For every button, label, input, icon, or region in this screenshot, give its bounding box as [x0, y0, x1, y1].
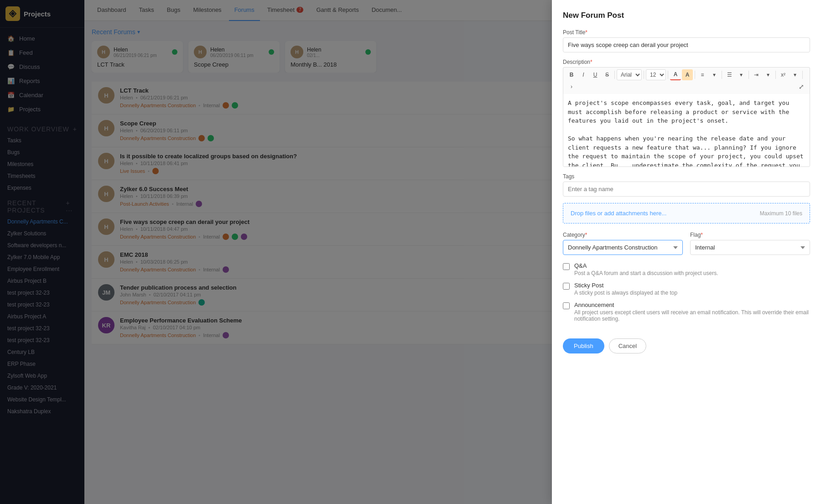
forum-card-1[interactable]: H Helen 06/20/2019 06:11 pm Scope Creep: [188, 41, 280, 73]
sidebar-recent-nakshatra[interactable]: Nakshatra Duplex: [0, 405, 84, 417]
sidebar-recent-zylker-solutions[interactable]: Zylker Solutions: [0, 228, 84, 239]
tab-documents[interactable]: Documen...: [366, 0, 407, 21]
sticky-checkbox[interactable]: [563, 283, 570, 290]
card-status-0: [172, 49, 177, 55]
toolbar-align-arrow[interactable]: ▾: [709, 69, 720, 80]
sidebar-recent-donnelly[interactable]: Donnelly Apartments C...: [0, 216, 84, 228]
projects-icon: 📁: [7, 106, 15, 113]
sidebar-item-feed[interactable]: 📋 Feed: [0, 46, 84, 60]
forum-card-2[interactable]: H Helen 02/1... Monthly B... 2018: [285, 41, 376, 73]
tag-dot-purple-zylker60: [196, 201, 202, 207]
flag-select[interactable]: Internal External None: [690, 240, 810, 255]
forum-card-0[interactable]: H Helen 06/21/2019 06:21 pm LCT Track: [92, 41, 183, 73]
card-avatar-1: H: [194, 46, 207, 58]
toolbar-font-size[interactable]: 12: [646, 69, 666, 80]
sidebar-recent-grade[interactable]: Grade V: 2020-2021: [0, 382, 84, 394]
tab-milestones[interactable]: Milestones: [187, 0, 227, 21]
toolbar-sub-super-arrow[interactable]: ▾: [790, 69, 800, 80]
toolbar-strikethrough[interactable]: S: [602, 69, 613, 80]
publish-button[interactable]: Publish: [563, 338, 604, 353]
toolbar-indent[interactable]: ⇥: [751, 69, 762, 80]
app-title: Projects: [24, 10, 51, 18]
toolbar-bold[interactable]: B: [566, 69, 577, 80]
rich-text-toolbar: B I U S Arial 12 A A ≡ ▾ ☰ ▾ ⇥ ▾ x² ▾ › …: [563, 67, 810, 94]
toolbar-italic[interactable]: I: [578, 69, 589, 80]
toolbar-indent-arrow[interactable]: ▾: [763, 69, 774, 80]
card-status-1: [269, 49, 274, 55]
sidebar-recent-airbus-a[interactable]: Airbus Project A: [0, 311, 84, 322]
announcement-desc: All project users except client users wi…: [574, 309, 810, 322]
toolbar-sub-super[interactable]: x²: [778, 69, 789, 80]
qa-checkbox[interactable]: [563, 263, 570, 270]
cancel-button[interactable]: Cancel: [609, 338, 646, 353]
card-title-2: Monthly B... 2018: [291, 61, 371, 68]
toolbar-list-arrow[interactable]: ▾: [736, 69, 747, 80]
toolbar-sep-2: [644, 71, 644, 79]
tab-timesheet[interactable]: Timesheet 7: [262, 0, 309, 21]
sidebar-item-milestones[interactable]: Milestones: [0, 158, 84, 170]
toolbar-text-color[interactable]: A: [670, 69, 681, 80]
toolbar-underline[interactable]: U: [590, 69, 601, 80]
post-title-input[interactable]: [563, 37, 810, 52]
sidebar-recent-zylker-70[interactable]: Zylker 7.0 Mobile App: [0, 251, 84, 263]
card-avatar-2: H: [291, 46, 303, 58]
toolbar-more[interactable]: ›: [566, 81, 577, 92]
post-title-label: Post Title*: [563, 29, 810, 36]
tags-input[interactable]: [563, 182, 810, 197]
tab-forums[interactable]: Forums: [229, 0, 260, 21]
avatar-employee-perf: KR: [98, 317, 114, 333]
home-icon: 🏠: [7, 35, 15, 42]
sidebar-item-discuss[interactable]: 💬 Discuss: [0, 60, 84, 74]
tab-bugs[interactable]: Bugs: [161, 0, 186, 21]
sidebar-recent-erp[interactable]: ERP Phase: [0, 358, 84, 370]
recent-forums-dropdown-icon[interactable]: ▾: [137, 29, 140, 35]
toolbar-align[interactable]: ≡: [697, 69, 708, 80]
tag-dot-green-scope: [208, 135, 214, 141]
sidebar-recent-employee-enrollment[interactable]: Employee Enrollment: [0, 263, 84, 275]
sidebar-recent-software-dev[interactable]: Software developers n...: [0, 239, 84, 251]
tag-dot-purple-fiveways: [241, 234, 247, 240]
modal-title: New Forum Post: [563, 11, 810, 20]
sidebar-header: Projects: [0, 0, 84, 28]
toolbar-list[interactable]: ☰: [724, 69, 735, 80]
sidebar-recent-zylsoft[interactable]: Zylsoft Web App: [0, 370, 84, 382]
toolbar-bg-color[interactable]: A: [682, 69, 693, 80]
sidebar-item-calendar[interactable]: 📅 Calendar: [0, 88, 84, 102]
sidebar-recent-website[interactable]: Website Design Templ...: [0, 394, 84, 405]
sidebar-item-tasks[interactable]: Tasks: [0, 135, 84, 146]
modal-footer: Publish Cancel: [563, 338, 810, 353]
sidebar-recent-test3[interactable]: test project 32-23: [0, 322, 84, 334]
flag-col: Flag* Internal External None: [690, 232, 810, 255]
sidebar-recent-test1[interactable]: test project 32-23: [0, 287, 84, 299]
tab-tasks[interactable]: Tasks: [134, 0, 160, 21]
card-status-2: [365, 49, 371, 55]
tab-gantt[interactable]: Gantt & Reports: [311, 0, 364, 21]
sidebar-item-timesheets[interactable]: Timesheets: [0, 170, 84, 182]
description-textarea[interactable]: A project's scope encompasses every task…: [563, 94, 810, 167]
avatar-emc: H: [98, 251, 114, 268]
file-drop-zone[interactable]: Drop files or add attachments here... Ma…: [563, 203, 810, 223]
tag-dot-green-lct: [232, 102, 238, 109]
card-date-0: 06/21/2019 06:21 pm: [114, 53, 157, 58]
tab-dashboard[interactable]: Dashboard: [92, 0, 132, 21]
reports-icon: 📊: [7, 78, 15, 84]
sidebar-item-reports[interactable]: 📊 Reports: [0, 74, 84, 88]
recent-forums-title[interactable]: Recent Forums: [92, 28, 135, 36]
sidebar-item-bugs[interactable]: Bugs: [0, 146, 84, 158]
avatar-scope: H: [98, 120, 114, 136]
category-flag-row: Category* Donnelly Apartments Constructi…: [563, 232, 810, 255]
toolbar-expand[interactable]: ⤢: [796, 81, 807, 92]
sidebar-item-home[interactable]: 🏠 Home: [0, 31, 84, 46]
sidebar-recent-test4[interactable]: test project 32-23: [0, 334, 84, 346]
sidebar-recent-airbus-b[interactable]: Airbus Project B: [0, 275, 84, 287]
timesheet-badge: 7: [296, 7, 304, 13]
drop-zone-text: Drop files or add attachments here...: [571, 210, 666, 217]
sidebar-item-expenses[interactable]: Expenses: [0, 182, 84, 194]
category-select[interactable]: Donnelly Apartments Construction: [563, 240, 683, 255]
toolbar-sep-5: [722, 71, 722, 79]
sidebar-recent-test2[interactable]: test project 32-23: [0, 299, 84, 311]
sidebar-recent-century[interactable]: Century LB: [0, 346, 84, 358]
sidebar-item-projects[interactable]: 📁 Projects: [0, 102, 84, 116]
announcement-checkbox[interactable]: [563, 302, 570, 309]
toolbar-font-family[interactable]: Arial: [617, 69, 642, 80]
